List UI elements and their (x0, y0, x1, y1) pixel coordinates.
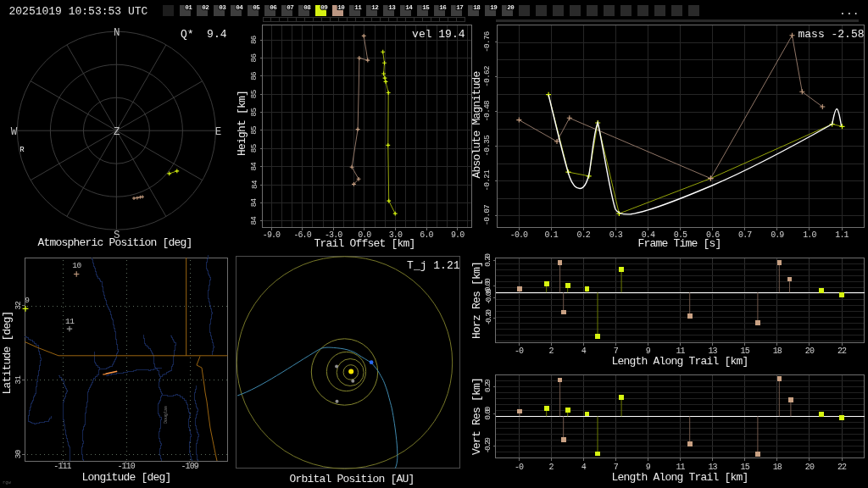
svg-text:-0.29: -0.29 (484, 437, 493, 453)
svg-text:19: 19 (490, 4, 498, 11)
svg-text:Longitude [deg]: Longitude [deg] (81, 471, 170, 484)
svg-text:30: 30 (14, 450, 23, 458)
svg-text:20: 20 (507, 4, 515, 11)
svg-text:22: 22 (837, 463, 847, 472)
svg-text:E: E (215, 126, 222, 138)
svg-text:20251019 10:53:53 UTC: 20251019 10:53:53 UTC (9, 5, 148, 18)
svg-text:Length Along Trail [km]: Length Along Trail [km] (611, 471, 748, 484)
svg-text:0.3: 0.3 (609, 230, 623, 240)
svg-text:0.29: 0.29 (484, 380, 493, 392)
svg-text:W: W (11, 126, 18, 138)
svg-text:Absolute Magnitude: Absolute Magnitude (470, 71, 483, 178)
svg-text:0.00: 0.00 (484, 407, 493, 419)
svg-text:...: ... (839, 5, 859, 18)
svg-text:-0.62: -0.62 (482, 66, 492, 87)
svg-text:84: 84 (250, 197, 259, 207)
svg-text:-9.0: -9.0 (263, 230, 281, 240)
svg-text:Douglas: Douglas (164, 406, 169, 424)
svg-text:86: 86 (250, 54, 259, 63)
svg-text:16: 16 (439, 4, 447, 11)
svg-text:85: 85 (250, 108, 259, 117)
svg-text:Length Along Trail [km]: Length Along Trail [km] (611, 355, 748, 368)
svg-text:85: 85 (250, 90, 259, 98)
svg-text:86: 86 (250, 36, 259, 44)
svg-text:03: 03 (219, 4, 226, 11)
svg-text:Frame Time [s]: Frame Time [s] (637, 237, 721, 250)
svg-text:84: 84 (250, 216, 259, 225)
svg-text:1.1: 1.1 (835, 230, 849, 240)
svg-text:01: 01 (185, 4, 192, 11)
svg-text:15: 15 (422, 4, 430, 11)
svg-text:14: 14 (405, 4, 413, 11)
svg-text:10: 10 (72, 261, 81, 270)
svg-text:-0.07: -0.07 (482, 205, 492, 226)
svg-text:-0.35: -0.35 (482, 136, 492, 157)
svg-text:08: 08 (303, 4, 311, 11)
svg-text:-0: -0 (515, 347, 524, 356)
svg-text:Z: Z (114, 126, 120, 138)
svg-text:11: 11 (354, 4, 362, 11)
svg-text:-0: -0 (515, 463, 524, 472)
svg-text:mass -2.58: mass -2.58 (798, 28, 864, 41)
svg-text:12: 12 (371, 4, 379, 11)
svg-text:9: 9 (25, 296, 30, 305)
svg-text:06: 06 (270, 4, 277, 11)
svg-text:0.2: 0.2 (577, 230, 591, 240)
svg-text:0.9: 0.9 (771, 230, 784, 240)
svg-text:22: 22 (837, 347, 847, 356)
svg-text:31: 31 (14, 375, 23, 385)
svg-text:02: 02 (202, 4, 209, 11)
svg-text:rgw: rgw (3, 480, 12, 485)
svg-text:vel 19.4: vel 19.4 (412, 28, 465, 41)
svg-text:4: 4 (581, 347, 587, 356)
svg-text:84: 84 (250, 162, 259, 171)
svg-text:0.1: 0.1 (544, 230, 558, 240)
svg-text:T_j 1.21: T_j 1.21 (407, 259, 460, 272)
svg-text:0.00: 0.00 (484, 279, 493, 291)
svg-text:-110: -110 (117, 462, 135, 471)
svg-text:-111: -111 (53, 462, 71, 471)
svg-text:6.0: 6.0 (420, 230, 433, 240)
svg-text:R: R (19, 146, 25, 154)
svg-text:Q* 9.4: Q* 9.4 (181, 28, 227, 41)
svg-text:2: 2 (549, 347, 554, 356)
svg-text:Vert Res [km]: Vert Res [km] (470, 378, 483, 455)
svg-text:86: 86 (250, 72, 259, 80)
svg-text:Height [km]: Height [km] (236, 91, 248, 156)
svg-text:17: 17 (456, 4, 463, 11)
svg-text:04: 04 (236, 4, 243, 11)
svg-text:-0.20: -0.20 (484, 309, 493, 325)
svg-text:09: 09 (320, 4, 328, 11)
svg-text:Latitude [deg]: Latitude [deg] (1, 311, 14, 394)
svg-text:07: 07 (287, 4, 293, 11)
svg-text:85: 85 (250, 144, 259, 152)
svg-text:-0.76: -0.76 (482, 31, 492, 53)
svg-text:0.7: 0.7 (738, 230, 752, 240)
svg-text:Orbital Position [AU]: Orbital Position [AU] (289, 473, 414, 485)
svg-text:20: 20 (805, 463, 815, 472)
svg-text:84: 84 (250, 180, 259, 189)
svg-text:N: N (114, 27, 120, 39)
svg-text:-6.0: -6.0 (293, 230, 311, 240)
svg-text:Horz Res [km]: Horz Res [km] (470, 262, 483, 339)
svg-text:18: 18 (773, 463, 782, 472)
svg-text:1.0: 1.0 (803, 230, 816, 240)
svg-text:18: 18 (773, 347, 782, 356)
svg-text:85: 85 (250, 126, 259, 135)
svg-text:Atmospheric Position [deg]: Atmospheric Position [deg] (38, 236, 192, 249)
svg-text:-109: -109 (181, 462, 198, 471)
svg-text:20: 20 (805, 347, 815, 356)
svg-text:-0.48: -0.48 (482, 101, 492, 122)
svg-text:-0.21: -0.21 (482, 169, 492, 191)
svg-text:-0.0: -0.0 (510, 230, 528, 240)
svg-text:05: 05 (253, 4, 260, 11)
svg-text:Trail Offset [km]: Trail Offset [km] (314, 237, 415, 250)
svg-text:-0.00: -0.00 (484, 289, 493, 305)
svg-text:18: 18 (473, 4, 481, 11)
svg-text:0.20: 0.20 (484, 253, 493, 266)
svg-text:13: 13 (388, 4, 396, 11)
svg-text:32: 32 (14, 302, 23, 310)
svg-text:9.0: 9.0 (451, 230, 465, 240)
svg-text:2: 2 (549, 463, 554, 472)
svg-text:11: 11 (65, 317, 75, 326)
